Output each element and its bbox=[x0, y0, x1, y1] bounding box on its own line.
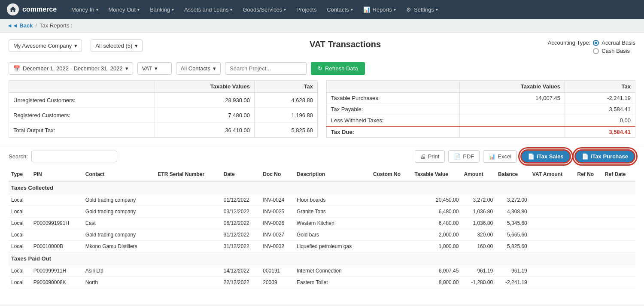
print-button[interactable]: 🖨 Print bbox=[415, 150, 445, 163]
chevron-down-icon: ▾ bbox=[394, 7, 396, 12]
cell-etr bbox=[155, 194, 221, 206]
cell-desc: Internet Connection bbox=[294, 265, 371, 277]
col-vat-amount: VAT Amount bbox=[530, 168, 575, 181]
contacts-label: All Contacts bbox=[181, 65, 210, 72]
taxes-collected-header: Taxes Collected bbox=[9, 181, 635, 194]
col-doc: Doc No bbox=[260, 168, 294, 181]
taxes-paid-header: Taxes Paid Out bbox=[9, 252, 635, 265]
accrual-radio[interactable] bbox=[593, 40, 599, 46]
tax-value: -2,241.19 bbox=[565, 93, 635, 104]
nav-banking[interactable]: Banking ▾ bbox=[146, 0, 178, 19]
breadcrumb: ◄◄ Back / Tax Reports : bbox=[0, 19, 644, 33]
accrual-radio-row[interactable]: Accounting Type: Accrual Basis bbox=[548, 39, 635, 46]
contacts-filter[interactable]: All Contacts ▾ bbox=[176, 62, 221, 75]
cell-balance: -2,241.19 bbox=[495, 277, 530, 288]
table-row: Less Withheld Taxes: 0.00 bbox=[327, 115, 635, 127]
table-header-row: Type PIN Contact ETR Serial Number Date … bbox=[9, 168, 635, 181]
col-contact: Contact bbox=[83, 168, 155, 181]
cell-ref-no bbox=[574, 241, 602, 252]
dropdown-arrow-icon: ▾ bbox=[213, 65, 216, 72]
cell-amount: 160.00 bbox=[461, 241, 495, 252]
logo-area[interactable]: commerce bbox=[7, 3, 57, 15]
chevron-down-icon: ▾ bbox=[436, 7, 438, 12]
cash-radio-row[interactable]: Accounting Type: Cash Basis bbox=[548, 48, 635, 54]
cell-pin: P0000991991H bbox=[31, 218, 83, 229]
taxable-value: 28,930.00 bbox=[155, 93, 254, 108]
col-taxable: Taxable Values bbox=[460, 81, 565, 93]
transactions-table: Type PIN Contact ETR Serial Number Date … bbox=[9, 168, 635, 288]
nav-goods-services[interactable]: Goods/Services ▾ bbox=[238, 0, 290, 19]
cell-doc: 000191 bbox=[260, 265, 294, 277]
company-dropdown[interactable]: My Awesome Company ▾ bbox=[9, 39, 82, 52]
table-row: Registered Customers: 7,480.00 1,196.80 bbox=[9, 108, 318, 123]
cell-ref-no bbox=[574, 265, 602, 277]
cell-taxable: 6,007.45 bbox=[412, 265, 462, 277]
cell-contact: Gold trading company bbox=[83, 206, 155, 218]
cell-doc: INV-0024 bbox=[260, 194, 294, 206]
tax-type-filter[interactable]: VAT ▾ bbox=[137, 62, 172, 75]
cell-balance: 5,665.60 bbox=[495, 229, 530, 241]
cash-radio[interactable] bbox=[593, 48, 599, 54]
cell-ref-no bbox=[574, 229, 602, 241]
nav-projects[interactable]: Projects bbox=[292, 0, 321, 19]
itax-purchase-button[interactable]: 📄 iTax Purchase bbox=[574, 149, 635, 164]
nav-reports[interactable]: 📊 Reports ▾ bbox=[359, 0, 401, 19]
cell-taxable: 2,000.00 bbox=[412, 229, 462, 241]
date-range-filter[interactable]: 📅 December 1, 2022 - December 31, 2022 ▾ bbox=[9, 62, 133, 75]
row-label: Less Withheld Taxes: bbox=[327, 115, 460, 127]
back-button[interactable]: ◄◄ Back bbox=[7, 22, 33, 29]
nav-money-out[interactable]: Money Out ▾ bbox=[104, 0, 144, 19]
nav-money-in[interactable]: Money In ▾ bbox=[67, 0, 102, 19]
row-label: Registered Customers: bbox=[9, 108, 155, 123]
itax-sales-icon: 📄 bbox=[528, 153, 535, 160]
cell-pin bbox=[31, 194, 83, 206]
pdf-button[interactable]: 📄 PDF bbox=[448, 150, 480, 163]
search-input[interactable] bbox=[31, 151, 117, 162]
col-date: Date bbox=[221, 168, 261, 181]
nav-contacts[interactable]: Contacts ▾ bbox=[322, 0, 357, 19]
search-label: Search: bbox=[9, 153, 28, 160]
cell-contact: East bbox=[83, 218, 155, 229]
cell-taxable: 8,000.00 bbox=[412, 277, 462, 288]
print-icon: 🖨 bbox=[420, 153, 426, 160]
accounting-type-label: Accounting Type: bbox=[548, 39, 591, 46]
table-row: Local Gold trading company 01/12/2022 IN… bbox=[9, 194, 635, 206]
excel-button[interactable]: 📊 Excel bbox=[483, 150, 517, 163]
row-label: Tax Payable: bbox=[327, 104, 460, 115]
cell-date: 22/12/2022 bbox=[221, 277, 261, 288]
tax-value: 0.00 bbox=[565, 115, 635, 127]
chevron-down-icon: ▾ bbox=[284, 7, 286, 12]
cell-ref-no bbox=[574, 218, 602, 229]
purchases-tax-table: Taxable Values Tax Taxable Purchases: 14… bbox=[326, 80, 635, 138]
cell-ref-date bbox=[602, 194, 635, 206]
cell-etr bbox=[155, 265, 221, 277]
itax-sales-button[interactable]: 📄 iTax Sales bbox=[520, 149, 571, 164]
cell-type: Local bbox=[9, 241, 31, 252]
cell-doc: INV-0025 bbox=[260, 206, 294, 218]
search-project-input[interactable] bbox=[225, 62, 307, 75]
top-navigation: commerce Money In ▾ Money Out ▾ Banking … bbox=[0, 0, 644, 19]
cell-ref-no bbox=[574, 194, 602, 206]
refresh-button[interactable]: ↻ Refresh Data bbox=[311, 62, 365, 75]
cell-date: 06/12/2022 bbox=[221, 218, 261, 229]
all-selected-dropdown[interactable]: All selected (5) ▾ bbox=[91, 39, 143, 52]
dropdown-arrow-icon: ▾ bbox=[155, 65, 158, 72]
cell-etr bbox=[155, 218, 221, 229]
cell-custom bbox=[371, 229, 412, 241]
col-label bbox=[327, 81, 460, 93]
accrual-label: Accrual Basis bbox=[601, 39, 635, 46]
chevron-down-icon: ▾ bbox=[172, 7, 174, 12]
cell-date: 31/12/2022 bbox=[221, 241, 261, 252]
section-label: Taxes Paid Out bbox=[9, 252, 635, 265]
nav-settings[interactable]: ⚙ Settings ▾ bbox=[402, 0, 442, 19]
cell-taxable: 20,450.00 bbox=[412, 194, 462, 206]
row-label: Taxable Purchases: bbox=[327, 93, 460, 104]
table-row: Tax Payable: 3,584.41 bbox=[327, 104, 635, 115]
col-tax: Tax bbox=[255, 81, 318, 93]
cell-type: Local bbox=[9, 265, 31, 277]
page-title: VAT Transactions bbox=[151, 39, 539, 49]
dropdown-arrow-icon: ▾ bbox=[135, 42, 138, 49]
taxable-value: 36,410.00 bbox=[155, 123, 254, 138]
nav-assets-loans[interactable]: Assets and Loans ▾ bbox=[180, 0, 237, 19]
col-desc: Description bbox=[294, 168, 371, 181]
